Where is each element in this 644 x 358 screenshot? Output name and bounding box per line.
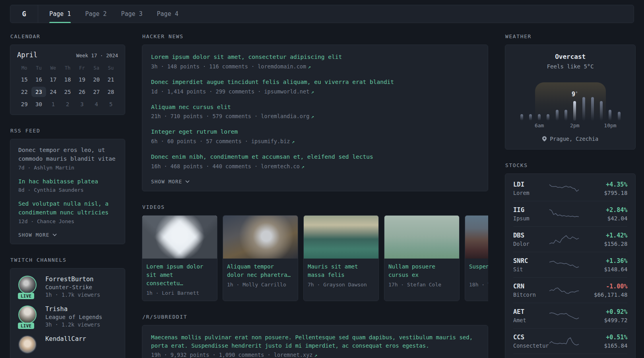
stock-id: IIG Ipsum: [513, 206, 549, 222]
external-link-icon[interactable]: ↗: [301, 163, 305, 169]
nav-tab[interactable]: Page 4: [157, 5, 178, 23]
video-thumbnail[interactable]: [304, 216, 378, 259]
weather-bar-slot: [615, 81, 623, 121]
subreddit-post-title[interactable]: Maecenas mollis pulvinar erat non posuer…: [151, 333, 479, 350]
calendar-day: 22: [17, 87, 31, 97]
rss-item[interactable]: Donec tempor eros leo, ut commodo mauris…: [18, 146, 117, 171]
calendar-day: 30: [31, 99, 46, 109]
nav-tab-label: Page 2: [85, 10, 107, 18]
calendar-day: 25: [60, 87, 75, 97]
hackernews-show-more-button[interactable]: SHOW MORE: [151, 179, 190, 185]
weather-condition: Overcast: [512, 53, 628, 60]
hackernews-item-title[interactable]: Aliquam nec cursus elit: [151, 103, 479, 112]
external-link-icon[interactable]: ↗: [292, 138, 295, 144]
videos-row: Lorem ipsum dolor sit amet consectetu… 1…: [142, 215, 488, 301]
video-card[interactable]: Nullam posuere cursus ex 17h · Stefan Co…: [384, 215, 460, 301]
twitch-channel[interactable]: KendallCarr: [18, 335, 117, 358]
hackernews-item-title[interactable]: Integer eget rutrum lorem: [151, 128, 479, 136]
stock-sparkline: [549, 233, 583, 246]
stock-row[interactable]: LDI Lorem +4.35% $795.18: [513, 176, 627, 201]
external-link-icon[interactable]: ↗: [311, 113, 314, 119]
subreddit-card: Maecenas mollis pulvinar erat non posuer…: [142, 325, 488, 358]
calendar-weekday: Sa: [89, 64, 103, 72]
weather-bar: [538, 114, 541, 121]
video-thumbnail[interactable]: [384, 216, 459, 259]
twitch-channel[interactable]: LIVE ForrestBurton Counter-Strike 1h · 1…: [18, 276, 117, 298]
rss-item-title[interactable]: Sed volutpat nulla nisl, a condimentum n…: [18, 200, 117, 217]
twitch-channel-meta: 3h · 1.2k viewers: [45, 321, 102, 328]
stock-values: -1.00% $66,171.48: [583, 283, 627, 298]
twitch-channel-name[interactable]: KendallCarr: [45, 335, 86, 342]
video-meta: 7h · Grayson Dawson: [308, 282, 374, 288]
weather-bar: [573, 101, 576, 121]
live-badge: LIVE: [18, 323, 34, 329]
stock-row[interactable]: SNRC Sit +1.36% $148.64: [513, 252, 627, 278]
stock-change: +2.84%: [583, 206, 627, 214]
hackernews-item-title[interactable]: Donec enim nibh, condimentum et accumsan…: [151, 153, 479, 161]
stock-row[interactable]: AET Amet +0.92% $499.72: [513, 303, 627, 329]
external-link-icon[interactable]: ↗: [311, 89, 314, 95]
calendar-day: 27: [89, 87, 103, 97]
nav-tab[interactable]: Page 2: [85, 5, 107, 23]
stock-name: Lorem: [513, 190, 549, 196]
app-logo[interactable]: G: [10, 5, 38, 23]
rss-item[interactable]: In hac habitasse platea 8d · Cynthia Sau…: [18, 177, 117, 193]
weather-location-text: Prague, Czechia: [550, 136, 598, 142]
hackernews-widget-title: HACKER NEWS: [142, 33, 488, 39]
stock-name: Amet: [513, 317, 549, 323]
video-thumbnail[interactable]: [142, 216, 217, 259]
twitch-channel[interactable]: LIVE Trisha League of Legends 3h · 1.2k …: [18, 305, 117, 328]
stock-values: +1.36% $148.64: [583, 257, 627, 272]
subreddit-widget: /R/SUBREDDIT Maecenas mollis pulvinar er…: [142, 314, 488, 358]
stock-values: +1.42% $156.28: [583, 232, 627, 247]
rss-item-title[interactable]: In hac habitasse platea: [18, 177, 117, 186]
nav-tab[interactable]: Page 1: [49, 5, 71, 23]
weather-bar: [582, 97, 585, 121]
stock-row[interactable]: DBS Dolor +1.42% $156.28: [513, 227, 627, 252]
stock-row[interactable]: IIG Ipsum +2.84% $42.04: [513, 201, 627, 227]
twitch-channel-name[interactable]: ForrestBurton: [45, 276, 100, 283]
stock-row[interactable]: CCS Consectetur +0.51% $165.84: [513, 329, 627, 354]
external-link-icon[interactable]: ↗: [308, 64, 311, 70]
video-title[interactable]: Aliquam tempor dolor nec pharetra…: [227, 263, 294, 279]
weather-widget-title: WEATHER: [505, 33, 636, 39]
chevron-down-icon: [185, 180, 190, 183]
twitch-widget-title: TWITCH CHANNELS: [10, 257, 125, 263]
stock-symbol: CRN: [513, 283, 549, 290]
calendar-day: 23: [31, 87, 46, 97]
rss-item-title[interactable]: Donec tempor eros leo, ut commodo mauris…: [18, 146, 117, 163]
stock-row[interactable]: CRN Bitcorn -1.00% $66,171.48: [513, 278, 627, 303]
video-card-body: Mauris sit amet massa felis 7h · Grayson…: [304, 259, 378, 292]
rss-item[interactable]: Sed volutpat nulla nisl, a condimentum n…: [18, 200, 117, 224]
weather-time-label: 6am: [535, 123, 544, 128]
stock-values: +0.51% $165.84: [583, 334, 627, 349]
external-link-icon[interactable]: ↗: [314, 352, 317, 358]
rss-show-more-button[interactable]: SHOW MORE: [18, 232, 57, 238]
hackernews-item-title[interactable]: Donec imperdiet augue tincidunt felis al…: [151, 78, 479, 87]
video-card[interactable]: Mauris sit amet massa felis 7h · Grayson…: [303, 215, 379, 301]
video-thumbnail[interactable]: [223, 216, 298, 259]
video-title[interactable]: Suspendisse diam: [469, 263, 488, 279]
stock-change: +1.42%: [583, 232, 627, 239]
twitch-channel-name[interactable]: Trisha: [45, 305, 102, 313]
live-badge: LIVE: [18, 293, 34, 299]
rss-show-more-label: SHOW MORE: [18, 232, 50, 238]
video-title[interactable]: Nullam posuere cursus ex: [388, 263, 455, 279]
nav-tab[interactable]: Page 3: [121, 5, 142, 23]
hackernews-item-title[interactable]: Lorem ipsum dolor sit amet, consectetur …: [151, 53, 479, 62]
video-title[interactable]: Mauris sit amet massa felis: [308, 263, 374, 279]
video-card[interactable]: Suspendisse diam 18h · Tara: [465, 215, 488, 301]
video-thumbnail[interactable]: [465, 216, 488, 259]
calendar-weekday: Th: [60, 64, 75, 72]
stock-price: $156.28: [583, 241, 627, 247]
twitch-avatar-wrap: LIVE: [18, 305, 39, 328]
weather-bar: [591, 97, 594, 121]
rss-item-meta: 7d · Ashlyn Martin: [18, 165, 117, 171]
avatar: [18, 305, 37, 324]
video-card[interactable]: Lorem ipsum dolor sit amet consectetu… 1…: [142, 215, 217, 301]
video-card[interactable]: Aliquam tempor dolor nec pharetra… 1h · …: [223, 215, 298, 301]
video-title[interactable]: Lorem ipsum dolor sit amet consectetu…: [146, 263, 213, 288]
stock-id: DBS Dolor: [513, 232, 549, 247]
stock-values: +0.92% $499.72: [583, 308, 627, 323]
stock-row[interactable]: AHS +0.46%: [513, 354, 627, 358]
